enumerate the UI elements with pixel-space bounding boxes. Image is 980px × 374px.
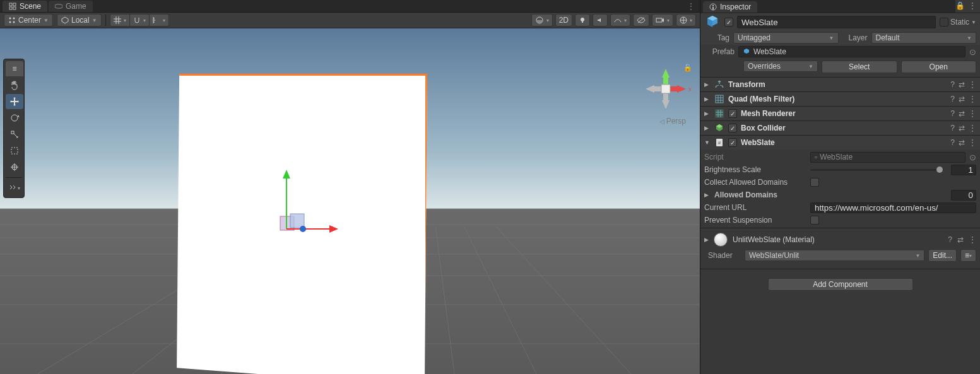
- help-icon[interactable]: ?: [948, 235, 952, 244]
- custom-tools-dropdown[interactable]: ▼: [6, 180, 23, 196]
- chevron-down-icon: ▼: [967, 35, 972, 41]
- component-header[interactable]: ▶ Quad (Mesh Filter) ? ⇄ ⋮: [700, 92, 980, 106]
- foldout-icon[interactable]: ▶: [704, 192, 711, 198]
- help-icon[interactable]: ?: [950, 80, 955, 89]
- material-name: UnlitWebSlate (Material): [733, 235, 943, 244]
- rotate-tool[interactable]: [6, 110, 23, 126]
- inspector-tab-label: Inspector: [720, 3, 751, 11]
- help-icon[interactable]: ?: [950, 124, 955, 132]
- 2d-toggle[interactable]: 2D: [555, 14, 572, 26]
- chevron-down-icon: ▼: [808, 64, 813, 69]
- add-component-button[interactable]: Add Component: [768, 278, 913, 291]
- audio-toggle[interactable]: [593, 14, 608, 26]
- current-url-label: Current URL: [704, 203, 806, 212]
- preset-icon[interactable]: ⇄: [959, 138, 965, 147]
- view-tool[interactable]: ≡: [6, 61, 23, 76]
- help-icon[interactable]: ?: [950, 95, 955, 103]
- scale-tool[interactable]: [6, 127, 23, 142]
- material-preview-icon[interactable]: [714, 233, 728, 247]
- move-gizmo[interactable]: [275, 168, 338, 238]
- foldout-icon[interactable]: ▶: [704, 237, 709, 243]
- tab-game-label: Game: [66, 2, 86, 11]
- svg-marker-40: [646, 85, 654, 93]
- preset-icon[interactable]: ⇄: [959, 95, 965, 103]
- component-enable-checkbox[interactable]: ✓: [728, 124, 737, 132]
- component-name: Mesh Renderer: [741, 109, 947, 118]
- component-enable-checkbox[interactable]: ✓: [728, 138, 737, 147]
- snap-toggle[interactable]: ▾: [129, 14, 150, 26]
- static-checkbox[interactable]: [940, 18, 948, 26]
- allowed-domains-count[interactable]: [951, 190, 976, 201]
- overrides-dropdown[interactable]: Overrides▼: [743, 61, 818, 72]
- context-menu-icon[interactable]: ⋮: [969, 80, 976, 89]
- lighting-toggle[interactable]: [575, 14, 590, 26]
- preset-icon[interactable]: ⇄: [959, 109, 965, 118]
- gameobject-icon[interactable]: [704, 14, 721, 30]
- context-menu-icon[interactable]: ⋮: [969, 124, 976, 132]
- fx-dropdown[interactable]: ▾: [610, 14, 630, 26]
- prevent-suspension-checkbox[interactable]: [810, 216, 819, 225]
- tab-game[interactable]: Game: [49, 1, 93, 12]
- object-picker-icon[interactable]: ⊙: [969, 153, 976, 162]
- brightness-value-input[interactable]: [951, 165, 976, 175]
- help-icon[interactable]: ?: [950, 109, 955, 118]
- camera-dropdown[interactable]: ▾: [652, 14, 673, 26]
- transform-tool[interactable]: [6, 160, 23, 175]
- projection-label[interactable]: ◁ Persp: [659, 117, 686, 126]
- collect-domains-checkbox[interactable]: [810, 178, 819, 187]
- grid-visibility-toggle[interactable]: ▾: [110, 14, 130, 26]
- svg-text:#: #: [718, 140, 721, 146]
- lock-icon[interactable]: 🔓: [683, 64, 692, 72]
- context-menu-icon[interactable]: ⋮: [969, 109, 976, 118]
- svg-point-35: [300, 226, 306, 232]
- component-header[interactable]: ▼ # ✓ WebSlate ? ⇄ ⋮: [700, 136, 980, 149]
- chevron-down-icon: ▾: [690, 18, 692, 23]
- tool-handle-rotation-dropdown[interactable]: Local ▼: [57, 14, 102, 26]
- draw-mode-dropdown[interactable]: ▾: [531, 14, 553, 26]
- gameobject-name-input[interactable]: [737, 16, 936, 28]
- scene-viewport[interactable]: x 🔓 ◁ Persp ≡ ▼: [0, 28, 700, 374]
- layer-dropdown[interactable]: Default▼: [871, 32, 977, 44]
- component-header[interactable]: ▶ ✓ Box Collider ? ⇄ ⋮: [700, 121, 980, 135]
- svg-line-22: [464, 226, 536, 374]
- help-icon[interactable]: ?: [950, 138, 955, 147]
- prefab-buttons-row: Overrides▼ Select Open: [700, 59, 980, 77]
- component-enable-checkbox[interactable]: ✓: [728, 109, 737, 118]
- prefab-reference-field[interactable]: WebSlate: [738, 46, 965, 57]
- rect-tool[interactable]: [6, 143, 23, 158]
- chevron-down-icon[interactable]: ▼: [971, 20, 976, 25]
- gizmos-dropdown[interactable]: ▾: [676, 14, 696, 26]
- panel-options-icon[interactable]: ⋮: [969, 1, 976, 10]
- prefab-select-button[interactable]: Select: [822, 61, 897, 73]
- lock-icon[interactable]: 🔒: [955, 1, 965, 10]
- tab-scene[interactable]: Scene: [3, 1, 47, 12]
- shader-dropdown[interactable]: WebSlate/Unlit▼: [745, 250, 924, 261]
- grid-snap-group: ▾ ▾ ▾: [110, 14, 169, 26]
- brightness-slider[interactable]: [810, 169, 943, 171]
- object-picker-icon[interactable]: ⊙: [969, 47, 976, 57]
- hand-tool[interactable]: [6, 78, 23, 93]
- move-tool[interactable]: [6, 94, 23, 109]
- prefab-row: Prefab WebSlate ⊙: [700, 45, 980, 59]
- prefab-open-button[interactable]: Open: [901, 61, 977, 73]
- tool-handle-position-dropdown[interactable]: Center ▼: [4, 14, 53, 26]
- context-menu-icon[interactable]: ⋮: [969, 95, 976, 103]
- shader-keywords-dropdown[interactable]: ≡ ▾: [960, 249, 976, 262]
- component-header[interactable]: ▶ ✓ Mesh Renderer ? ⇄ ⋮: [700, 107, 980, 120]
- svg-rect-44: [661, 85, 670, 93]
- tab-inspector[interactable]: Inspector: [703, 1, 757, 13]
- snap-increment-button[interactable]: ▾: [149, 14, 169, 26]
- svg-point-5: [9, 18, 11, 20]
- context-menu-icon[interactable]: ⋮: [969, 138, 976, 147]
- context-menu-icon[interactable]: ⋮: [969, 235, 976, 244]
- edit-shader-button[interactable]: Edit...: [928, 249, 957, 262]
- current-url-input[interactable]: [810, 202, 976, 213]
- component-header[interactable]: ▶ Transform ? ⇄ ⋮: [700, 78, 980, 91]
- gameobject-active-checkbox[interactable]: ✓: [724, 18, 733, 26]
- preset-icon[interactable]: ⇄: [959, 80, 965, 89]
- panel-options-icon[interactable]: ⋮: [682, 1, 700, 12]
- scene-visibility-toggle[interactable]: [633, 14, 649, 26]
- preset-icon[interactable]: ⇄: [957, 235, 964, 244]
- tag-dropdown[interactable]: Untagged▼: [733, 32, 839, 44]
- preset-icon[interactable]: ⇄: [959, 124, 965, 132]
